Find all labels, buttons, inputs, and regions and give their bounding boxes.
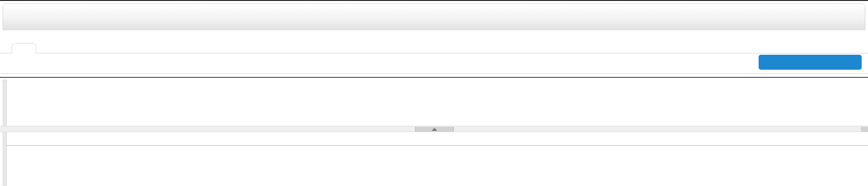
window-top-edge <box>0 0 868 1</box>
main-nav-active-project-tab[interactable] <box>12 43 36 53</box>
toolbar <box>0 78 868 126</box>
main-nav <box>0 30 868 53</box>
horizontal-splitter <box>0 126 868 132</box>
sub-nav-right <box>750 56 868 71</box>
collapse-arrow-icon <box>432 128 437 131</box>
scrollbar-stub <box>861 127 868 132</box>
base-button[interactable] <box>759 55 862 70</box>
collapse-panel-button[interactable] <box>415 127 454 132</box>
sub-nav <box>0 53 868 74</box>
app-header <box>3 3 865 31</box>
view-tabs <box>6 132 868 146</box>
